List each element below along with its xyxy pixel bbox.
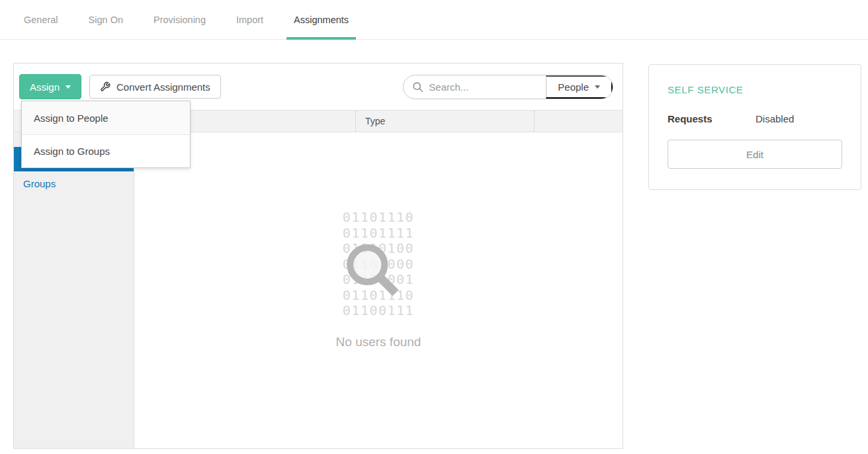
requests-status-value: Disabled xyxy=(756,113,794,124)
assign-button[interactable]: Assign xyxy=(19,74,81,99)
assignment-filter-sidebar: Groups xyxy=(14,132,134,448)
binary-art: 01101110 01101111 01110100 01101000 0110… xyxy=(343,210,414,319)
assign-button-label: Assign xyxy=(30,81,60,93)
requests-label: Requests xyxy=(668,113,756,124)
magnifier-icon xyxy=(341,239,405,306)
column-header-actions xyxy=(534,111,623,132)
self-service-title: SELF SERVICE xyxy=(668,84,842,95)
app-tabs-bar: General Sign On Provisioning Import Assi… xyxy=(0,0,868,40)
menu-item-assign-to-groups[interactable]: Assign to Groups xyxy=(22,134,190,167)
chevron-down-icon xyxy=(595,85,600,89)
assignments-content: Groups 01101110 01101111 01110100 011010… xyxy=(14,132,623,448)
tab-assignments[interactable]: Assignments xyxy=(286,0,356,40)
convert-assignments-button[interactable]: Convert Assignments xyxy=(89,75,221,99)
menu-item-assign-to-people[interactable]: Assign to People xyxy=(22,101,190,134)
column-header-type: Type xyxy=(355,111,534,132)
self-service-panel: SELF SERVICE Requests Disabled Edit xyxy=(648,64,861,190)
chevron-down-icon xyxy=(65,85,71,89)
wrench-icon xyxy=(100,81,110,92)
search-scope-label: People xyxy=(558,81,589,93)
assign-dropdown-menu: Assign to People Assign to Groups xyxy=(21,101,191,168)
search-box xyxy=(404,75,546,99)
tab-provisioning[interactable]: Provisioning xyxy=(146,0,213,40)
search-icon xyxy=(412,81,423,93)
empty-state-message: No users found xyxy=(336,335,421,349)
search-group: People xyxy=(403,75,613,99)
search-scope-dropdown[interactable]: People xyxy=(546,75,613,99)
edit-self-service-button[interactable]: Edit xyxy=(668,140,842,169)
convert-assignments-label: Convert Assignments xyxy=(116,81,210,93)
empty-state: 01101110 01101111 01110100 01101000 0110… xyxy=(134,132,623,448)
tab-general[interactable]: General xyxy=(17,0,65,40)
search-input[interactable] xyxy=(429,81,537,93)
binary-line: 01101110 xyxy=(343,210,414,226)
requests-row: Requests Disabled xyxy=(668,113,842,124)
sidebar-item-groups[interactable]: Groups xyxy=(14,171,134,196)
tab-import[interactable]: Import xyxy=(229,0,271,40)
tab-sign-on[interactable]: Sign On xyxy=(81,0,130,40)
